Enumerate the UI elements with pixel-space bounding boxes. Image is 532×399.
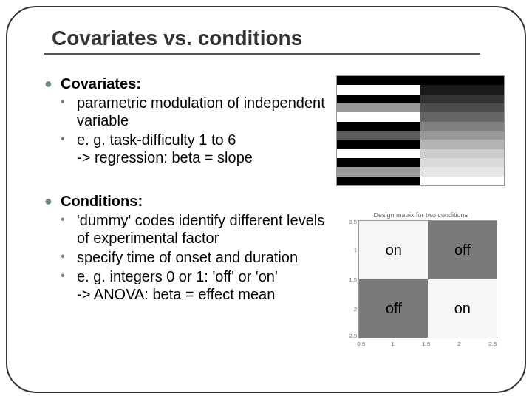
cell-on-br: on	[428, 279, 497, 338]
figure-conditions-matrix: Design matrix for two conditions on off …	[336, 211, 505, 346]
section-heading: Conditions:	[61, 193, 327, 210]
gradient-row	[420, 95, 504, 103]
sub-item: • parametric modulation of independent v…	[61, 94, 327, 129]
xtick: 1.5	[422, 341, 430, 347]
gradient-row	[420, 177, 504, 185]
title-underline	[44, 53, 480, 55]
stripe	[337, 140, 420, 149]
stripe	[337, 149, 420, 158]
section-covariates: ● Covariates: • parametric modulation of…	[44, 75, 327, 166]
bullet-icon: ●	[44, 75, 61, 166]
stripe	[337, 76, 420, 85]
gradient-row	[420, 122, 504, 131]
sub-item: • e. g. task-difficulty 1 to 6 -> regres…	[61, 131, 327, 166]
xtick: 0.5	[357, 341, 365, 347]
sub-text: e. g. integers 0 or 1: 'off' or 'on' -> …	[77, 267, 327, 303]
sub-bullet-icon: •	[61, 248, 77, 266]
fig2-caption: Design matrix for two conditions	[336, 211, 505, 219]
fig1-right-gradient	[420, 76, 504, 185]
sub-text: 'dummy' codes identify different levels …	[77, 211, 327, 247]
ytick: 1.5	[339, 276, 357, 283]
stripe	[337, 95, 420, 103]
sub-bullet-icon: •	[61, 267, 77, 303]
section-content: Covariates: • parametric modulation of i…	[61, 75, 327, 166]
xtick: 1	[391, 341, 394, 347]
cell-on-tl: on	[359, 221, 428, 279]
sub-item: • specify time of onset and duration	[61, 248, 327, 266]
gradient-row	[420, 85, 504, 94]
ytick: 2	[339, 306, 357, 313]
gradient-row	[420, 140, 504, 149]
figure-column: Design matrix for two conditions on off …	[336, 75, 510, 346]
sub-text: parametric modulation of independent var…	[77, 94, 327, 129]
fig1-left-stripes	[337, 76, 420, 185]
sub-item: • e. g. integers 0 or 1: 'off' or 'on' -…	[61, 267, 327, 303]
gradient-row	[420, 131, 504, 140]
cell-off-bl: off	[359, 279, 428, 338]
sub-item: • 'dummy' codes identify different level…	[61, 211, 327, 247]
section-content: Conditions: • 'dummy' codes identify dif…	[61, 193, 327, 303]
gradient-row	[420, 149, 504, 158]
slide-content: Covariates vs. conditions ● Covariates: …	[0, 0, 532, 399]
stripe	[337, 103, 420, 112]
stripe	[337, 85, 420, 94]
sub-bullet-icon: •	[61, 211, 77, 247]
sub-bullet-icon: •	[61, 131, 77, 166]
section-heading: Covariates:	[61, 75, 327, 92]
section-conditions: ● Conditions: • 'dummy' codes identify d…	[44, 193, 327, 303]
sub-text: e. g. task-difficulty 1 to 6 -> regressi…	[77, 131, 327, 166]
ytick: 2.5	[339, 332, 357, 339]
gradient-row	[420, 167, 504, 176]
stripe	[337, 122, 420, 131]
cell-off-tr: off	[428, 221, 497, 279]
body-row: ● Covariates: • parametric modulation of…	[44, 75, 510, 346]
text-column: ● Covariates: • parametric modulation of…	[44, 75, 327, 346]
slide-title: Covariates vs. conditions	[52, 27, 510, 50]
sub-bullet-icon: •	[61, 94, 77, 129]
xtick: 2.5	[488, 341, 497, 347]
gradient-row	[420, 76, 504, 85]
stripe	[337, 112, 420, 121]
stripe	[337, 177, 420, 185]
gradient-row	[420, 112, 504, 121]
stripe	[337, 167, 420, 176]
fig2-area: on off off on 0.5 1 1.5 2 2.5 0.5 1 1.5 …	[336, 220, 505, 346]
gradient-row	[420, 158, 504, 167]
ytick: 1	[339, 247, 357, 253]
xtick: 2	[457, 341, 460, 347]
fig2-grid: on off off on	[358, 220, 497, 338]
bullet-icon: ●	[44, 193, 61, 303]
ytick: 0.5	[339, 219, 357, 225]
gradient-row	[420, 103, 504, 112]
stripe	[337, 158, 420, 167]
sub-text: specify time of onset and duration	[77, 248, 327, 266]
figure-covariate-matrix	[336, 75, 505, 186]
stripe	[337, 131, 420, 140]
